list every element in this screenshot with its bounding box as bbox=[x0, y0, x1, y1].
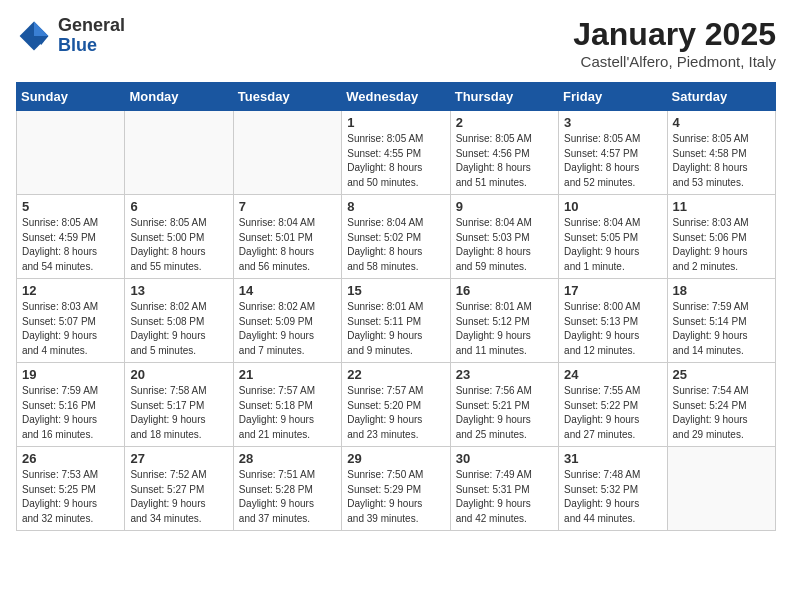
day-number: 11 bbox=[673, 199, 770, 214]
day-info: Sunrise: 8:05 AM Sunset: 4:57 PM Dayligh… bbox=[564, 132, 661, 190]
calendar-cell: 19Sunrise: 7:59 AM Sunset: 5:16 PM Dayli… bbox=[17, 363, 125, 447]
day-info: Sunrise: 7:54 AM Sunset: 5:24 PM Dayligh… bbox=[673, 384, 770, 442]
title-block: January 2025 Castell'Alfero, Piedmont, I… bbox=[573, 16, 776, 70]
day-info: Sunrise: 7:52 AM Sunset: 5:27 PM Dayligh… bbox=[130, 468, 227, 526]
day-info: Sunrise: 7:56 AM Sunset: 5:21 PM Dayligh… bbox=[456, 384, 553, 442]
day-number: 10 bbox=[564, 199, 661, 214]
day-number: 15 bbox=[347, 283, 444, 298]
calendar-cell: 25Sunrise: 7:54 AM Sunset: 5:24 PM Dayli… bbox=[667, 363, 775, 447]
day-info: Sunrise: 7:59 AM Sunset: 5:16 PM Dayligh… bbox=[22, 384, 119, 442]
day-info: Sunrise: 8:03 AM Sunset: 5:06 PM Dayligh… bbox=[673, 216, 770, 274]
day-number: 29 bbox=[347, 451, 444, 466]
day-info: Sunrise: 8:01 AM Sunset: 5:11 PM Dayligh… bbox=[347, 300, 444, 358]
weekday-row: SundayMondayTuesdayWednesdayThursdayFrid… bbox=[17, 83, 776, 111]
calendar-cell: 8Sunrise: 8:04 AM Sunset: 5:02 PM Daylig… bbox=[342, 195, 450, 279]
day-number: 7 bbox=[239, 199, 336, 214]
calendar-cell: 1Sunrise: 8:05 AM Sunset: 4:55 PM Daylig… bbox=[342, 111, 450, 195]
day-number: 22 bbox=[347, 367, 444, 382]
calendar-cell: 20Sunrise: 7:58 AM Sunset: 5:17 PM Dayli… bbox=[125, 363, 233, 447]
calendar-cell: 4Sunrise: 8:05 AM Sunset: 4:58 PM Daylig… bbox=[667, 111, 775, 195]
day-info: Sunrise: 8:05 AM Sunset: 4:55 PM Dayligh… bbox=[347, 132, 444, 190]
calendar-header: SundayMondayTuesdayWednesdayThursdayFrid… bbox=[17, 83, 776, 111]
calendar-cell bbox=[17, 111, 125, 195]
calendar-week-row: 26Sunrise: 7:53 AM Sunset: 5:25 PM Dayli… bbox=[17, 447, 776, 531]
calendar-cell: 6Sunrise: 8:05 AM Sunset: 5:00 PM Daylig… bbox=[125, 195, 233, 279]
calendar-cell bbox=[125, 111, 233, 195]
day-info: Sunrise: 8:01 AM Sunset: 5:12 PM Dayligh… bbox=[456, 300, 553, 358]
calendar-cell: 2Sunrise: 8:05 AM Sunset: 4:56 PM Daylig… bbox=[450, 111, 558, 195]
day-number: 27 bbox=[130, 451, 227, 466]
calendar-cell: 18Sunrise: 7:59 AM Sunset: 5:14 PM Dayli… bbox=[667, 279, 775, 363]
day-info: Sunrise: 8:05 AM Sunset: 4:59 PM Dayligh… bbox=[22, 216, 119, 274]
day-info: Sunrise: 7:49 AM Sunset: 5:31 PM Dayligh… bbox=[456, 468, 553, 526]
day-info: Sunrise: 8:04 AM Sunset: 5:05 PM Dayligh… bbox=[564, 216, 661, 274]
day-number: 17 bbox=[564, 283, 661, 298]
day-number: 3 bbox=[564, 115, 661, 130]
day-number: 8 bbox=[347, 199, 444, 214]
weekday-header: Wednesday bbox=[342, 83, 450, 111]
day-number: 13 bbox=[130, 283, 227, 298]
calendar-cell: 31Sunrise: 7:48 AM Sunset: 5:32 PM Dayli… bbox=[559, 447, 667, 531]
logo-text: General Blue bbox=[58, 16, 125, 56]
day-number: 23 bbox=[456, 367, 553, 382]
day-info: Sunrise: 7:57 AM Sunset: 5:18 PM Dayligh… bbox=[239, 384, 336, 442]
day-info: Sunrise: 8:05 AM Sunset: 5:00 PM Dayligh… bbox=[130, 216, 227, 274]
calendar-table: SundayMondayTuesdayWednesdayThursdayFrid… bbox=[16, 82, 776, 531]
logo: General Blue bbox=[16, 16, 125, 56]
calendar-cell: 17Sunrise: 8:00 AM Sunset: 5:13 PM Dayli… bbox=[559, 279, 667, 363]
weekday-header: Sunday bbox=[17, 83, 125, 111]
day-number: 14 bbox=[239, 283, 336, 298]
weekday-header: Thursday bbox=[450, 83, 558, 111]
calendar-week-row: 19Sunrise: 7:59 AM Sunset: 5:16 PM Dayli… bbox=[17, 363, 776, 447]
calendar-cell: 16Sunrise: 8:01 AM Sunset: 5:12 PM Dayli… bbox=[450, 279, 558, 363]
calendar-cell bbox=[667, 447, 775, 531]
day-info: Sunrise: 8:04 AM Sunset: 5:03 PM Dayligh… bbox=[456, 216, 553, 274]
calendar-cell: 9Sunrise: 8:04 AM Sunset: 5:03 PM Daylig… bbox=[450, 195, 558, 279]
day-info: Sunrise: 7:59 AM Sunset: 5:14 PM Dayligh… bbox=[673, 300, 770, 358]
calendar-cell: 23Sunrise: 7:56 AM Sunset: 5:21 PM Dayli… bbox=[450, 363, 558, 447]
day-number: 2 bbox=[456, 115, 553, 130]
calendar-cell: 27Sunrise: 7:52 AM Sunset: 5:27 PM Dayli… bbox=[125, 447, 233, 531]
day-number: 20 bbox=[130, 367, 227, 382]
weekday-header: Monday bbox=[125, 83, 233, 111]
calendar-cell: 21Sunrise: 7:57 AM Sunset: 5:18 PM Dayli… bbox=[233, 363, 341, 447]
day-number: 25 bbox=[673, 367, 770, 382]
day-number: 4 bbox=[673, 115, 770, 130]
day-info: Sunrise: 8:02 AM Sunset: 5:09 PM Dayligh… bbox=[239, 300, 336, 358]
day-number: 1 bbox=[347, 115, 444, 130]
calendar-cell bbox=[233, 111, 341, 195]
calendar-cell: 26Sunrise: 7:53 AM Sunset: 5:25 PM Dayli… bbox=[17, 447, 125, 531]
calendar-cell: 30Sunrise: 7:49 AM Sunset: 5:31 PM Dayli… bbox=[450, 447, 558, 531]
day-info: Sunrise: 7:57 AM Sunset: 5:20 PM Dayligh… bbox=[347, 384, 444, 442]
logo-icon bbox=[16, 18, 52, 54]
calendar-cell: 3Sunrise: 8:05 AM Sunset: 4:57 PM Daylig… bbox=[559, 111, 667, 195]
day-info: Sunrise: 8:03 AM Sunset: 5:07 PM Dayligh… bbox=[22, 300, 119, 358]
day-info: Sunrise: 8:02 AM Sunset: 5:08 PM Dayligh… bbox=[130, 300, 227, 358]
day-number: 16 bbox=[456, 283, 553, 298]
calendar-cell: 24Sunrise: 7:55 AM Sunset: 5:22 PM Dayli… bbox=[559, 363, 667, 447]
day-number: 30 bbox=[456, 451, 553, 466]
page-header: General Blue January 2025 Castell'Alfero… bbox=[16, 16, 776, 70]
day-number: 26 bbox=[22, 451, 119, 466]
weekday-header: Tuesday bbox=[233, 83, 341, 111]
weekday-header: Friday bbox=[559, 83, 667, 111]
day-info: Sunrise: 7:51 AM Sunset: 5:28 PM Dayligh… bbox=[239, 468, 336, 526]
day-info: Sunrise: 7:50 AM Sunset: 5:29 PM Dayligh… bbox=[347, 468, 444, 526]
calendar-cell: 13Sunrise: 8:02 AM Sunset: 5:08 PM Dayli… bbox=[125, 279, 233, 363]
day-info: Sunrise: 8:05 AM Sunset: 4:56 PM Dayligh… bbox=[456, 132, 553, 190]
calendar-week-row: 1Sunrise: 8:05 AM Sunset: 4:55 PM Daylig… bbox=[17, 111, 776, 195]
day-number: 5 bbox=[22, 199, 119, 214]
calendar-cell: 28Sunrise: 7:51 AM Sunset: 5:28 PM Dayli… bbox=[233, 447, 341, 531]
day-info: Sunrise: 7:53 AM Sunset: 5:25 PM Dayligh… bbox=[22, 468, 119, 526]
day-number: 24 bbox=[564, 367, 661, 382]
day-number: 9 bbox=[456, 199, 553, 214]
day-number: 19 bbox=[22, 367, 119, 382]
calendar-week-row: 12Sunrise: 8:03 AM Sunset: 5:07 PM Dayli… bbox=[17, 279, 776, 363]
day-number: 21 bbox=[239, 367, 336, 382]
calendar-cell: 10Sunrise: 8:04 AM Sunset: 5:05 PM Dayli… bbox=[559, 195, 667, 279]
day-number: 18 bbox=[673, 283, 770, 298]
day-number: 6 bbox=[130, 199, 227, 214]
svg-marker-1 bbox=[34, 21, 48, 35]
calendar-cell: 29Sunrise: 7:50 AM Sunset: 5:29 PM Dayli… bbox=[342, 447, 450, 531]
day-number: 31 bbox=[564, 451, 661, 466]
